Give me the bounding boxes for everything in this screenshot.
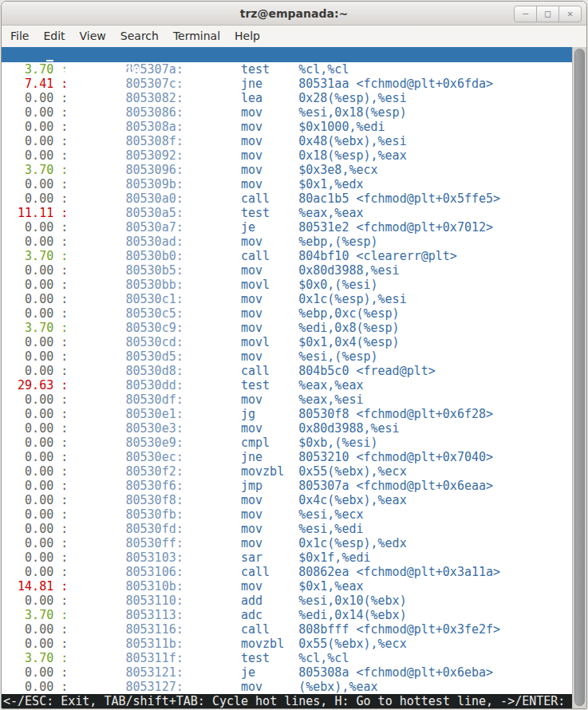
- address: 80530c5: [126, 306, 184, 321]
- address: 805311b: [126, 637, 184, 651]
- scrollbar-thumb[interactable]: [574, 49, 585, 706]
- address: 80530ec: [126, 450, 184, 464]
- address: 80530f6: [126, 479, 184, 493]
- menu-item-terminal[interactable]: Terminal: [166, 26, 227, 47]
- menu-item-view[interactable]: View: [73, 26, 113, 47]
- address: 80530a7: [126, 220, 184, 235]
- address: 8053110: [126, 594, 184, 608]
- asm-line: 3.7080530c9mov%edi,0x8(%esp): [3, 321, 572, 335]
- mnemonic: mov: [241, 134, 298, 148]
- asm-line: 0.008053121je805308a <fchmod@plt+0x6eba>: [3, 665, 572, 680]
- percent-value: 0.00: [3, 306, 68, 321]
- mnemonic: mov: [241, 105, 298, 120]
- mnemonic: je: [241, 665, 298, 680]
- address: 8053127: [126, 680, 184, 694]
- asm-line: 3.708053113adc%edi,0x14(%ebx): [3, 608, 572, 622]
- asm-line: 0.0080530cdmovl$0x1,0x4(%esp): [3, 335, 572, 349]
- address: 80530e3: [126, 421, 184, 436]
- operands: 80ac1b5 <fchmod@plt+0x5ffe5>: [298, 191, 500, 206]
- percent-value: 0.00: [3, 235, 68, 249]
- operands: 80530f8 <fchmod@plt+0x6f28>: [298, 407, 493, 421]
- mnemonic: je: [241, 220, 298, 235]
- menu-item-edit[interactable]: Edit: [36, 26, 72, 47]
- percent-value: 0.00: [3, 177, 68, 191]
- percent-value: 3.70: [3, 249, 68, 263]
- percent-value: 11.11: [3, 206, 68, 220]
- mnemonic: call: [241, 565, 298, 579]
- perf-status-bar: <-/ESC: Exit, TAB/shift+TAB: Cycle hot l…: [2, 694, 572, 708]
- menu-item-help[interactable]: Help: [227, 26, 267, 47]
- percent-value: 0.00: [3, 622, 68, 637]
- operands: 0x4c(%ebx),%eax: [298, 493, 406, 507]
- menu-item-search[interactable]: Search: [113, 26, 166, 47]
- address: 80530d8: [126, 364, 184, 378]
- operands: %esi,0x18(%esp): [298, 105, 406, 120]
- menu-item-file[interactable]: File: [3, 26, 36, 47]
- address: 80530b5: [126, 263, 184, 278]
- asm-line: 0.00805309bmov$0x1,%edx: [3, 177, 572, 191]
- menu-bar: FileEditViewSearchTerminalHelp: [2, 26, 586, 47]
- asm-line: 0.00805308fmov0x48(%ebx),%esi: [3, 134, 572, 148]
- operands: 808bfff <fchmod@plt+0x3fe2f>: [298, 622, 500, 637]
- close-button[interactable]: ✕: [558, 6, 582, 22]
- percent-value: 0.00: [3, 120, 68, 134]
- percent-value: 0.00: [3, 522, 68, 536]
- address: 805311f: [126, 651, 184, 665]
- asm-line: 0.0080530c1mov0x1c(%esp),%esi: [3, 292, 572, 306]
- terminal-cursor: [46, 60, 53, 61]
- asm-line: 0.008053127mov(%ebx),%eax: [3, 680, 572, 694]
- mnemonic: cmpl: [241, 436, 298, 450]
- percent-value: 0.00: [3, 637, 68, 651]
- operands: 0x1c(%esp),%edx: [298, 536, 406, 550]
- mnemonic: mov: [241, 177, 298, 191]
- minimize-button[interactable]: –: [514, 6, 537, 22]
- asm-line: 14.81805310bmov$0x1,%eax: [3, 579, 572, 594]
- perf-symbol-title: udhcpc main: [61, 62, 140, 77]
- mnemonic: mov: [241, 579, 298, 594]
- mnemonic: mov: [241, 263, 298, 278]
- operands: 0x80d3988,%esi: [298, 263, 399, 278]
- operands: $0x3e8,%ecx: [298, 163, 377, 177]
- asm-line: 29.6380530ddtest%eax,%eax: [3, 378, 572, 392]
- operands: %eax,%esi: [298, 392, 363, 407]
- percent-value: 0.00: [3, 220, 68, 235]
- percent-value: 0.00: [3, 134, 68, 148]
- maximize-button[interactable]: □: [536, 6, 559, 22]
- address: 8053116: [126, 622, 184, 637]
- address: 80530a5: [126, 206, 184, 220]
- title-bar[interactable]: trz@empanada:~ –□✕: [2, 2, 586, 26]
- mnemonic: mov: [241, 235, 298, 249]
- percent-value: 0.00: [3, 364, 68, 378]
- asm-line: 0.008053110add%esi,0x10(%ebx): [3, 594, 572, 608]
- mnemonic: movzbl: [241, 464, 298, 479]
- window-title: trz@empanada:~: [2, 2, 586, 26]
- scrollbar-track[interactable]: [572, 47, 586, 709]
- asm-line: 3.7080530b0call804bf10 <clearerr@plt>: [3, 249, 572, 263]
- address: 80530ad: [126, 235, 184, 249]
- terminal-screen[interactable]: udhcpc main 3.70805307atest%cl,%cl7.4180…: [2, 47, 586, 709]
- operands: $0x1f,%edi: [298, 550, 370, 565]
- operands: %esi,%edi: [298, 522, 363, 536]
- mnemonic: mov: [241, 680, 298, 694]
- asm-line: 0.008053106call80862ea <fchmod@plt+0x3a1…: [3, 565, 572, 579]
- percent-value: 0.00: [3, 335, 68, 349]
- asm-line: 0.008053086mov%esi,0x18(%esp): [3, 105, 572, 120]
- address: 805309b: [126, 177, 184, 191]
- mnemonic: add: [241, 594, 298, 608]
- address: 805310b: [126, 579, 184, 594]
- asm-line: 3.70805311ftest%cl,%cl: [3, 651, 572, 665]
- asm-line: 0.0080530b5mov0x80d3988,%esi: [3, 263, 572, 278]
- address: 80530e1: [126, 407, 184, 421]
- asm-line: 0.0080530e3mov0x80d3988,%esi: [3, 421, 572, 436]
- operands: %esi,0x10(%ebx): [298, 594, 406, 608]
- mnemonic: call: [241, 249, 298, 263]
- operands: 804b5c0 <fread@plt>: [298, 364, 436, 378]
- asm-line: 0.0080530e1jg80530f8 <fchmod@plt+0x6f28>: [3, 407, 572, 421]
- asm-line: 0.0080530a0call80ac1b5 <fchmod@plt+0x5ff…: [3, 191, 572, 206]
- address: 80530f2: [126, 464, 184, 479]
- asm-line: 0.0080530fdmov%esi,%edi: [3, 522, 572, 536]
- percent-value: 0.00: [3, 191, 68, 206]
- mnemonic: sar: [241, 550, 298, 565]
- address: 80530c1: [126, 292, 184, 306]
- address: 805308f: [126, 134, 184, 148]
